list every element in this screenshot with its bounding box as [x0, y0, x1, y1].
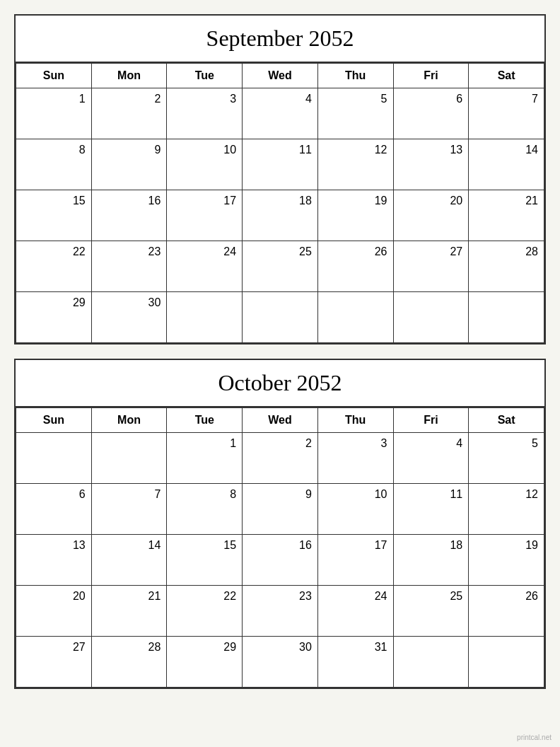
table-row — [393, 637, 469, 688]
table-row: 20 — [393, 190, 469, 241]
september-title: September 2052 — [16, 16, 544, 63]
table-row: 18 — [243, 190, 318, 241]
table-row: 12 — [317, 139, 393, 190]
table-row: 23 — [243, 586, 318, 637]
table-row: 11 — [243, 139, 318, 190]
col-sat-oct: Sat — [469, 408, 544, 433]
table-row: 21 — [91, 586, 167, 637]
table-row: 23 — [91, 241, 167, 292]
table-row: 16 — [91, 190, 167, 241]
watermark: printcal.net — [517, 734, 552, 741]
table-row — [317, 292, 393, 343]
table-row: 10 — [167, 139, 243, 190]
table-row: 24 — [167, 241, 243, 292]
table-row — [469, 637, 544, 688]
table-row: 18 — [393, 535, 469, 586]
table-row: 24 — [317, 586, 393, 637]
table-row: 15 — [16, 190, 92, 241]
col-tue-sep: Tue — [167, 64, 243, 88]
table-row: 30 — [91, 292, 167, 343]
table-row: 1 — [167, 433, 243, 484]
table-row: 2 — [91, 88, 167, 139]
table-row: 7 — [469, 88, 544, 139]
september-calendar: September 2052 Sun Mon Tue Wed Thu Fri S… — [14, 14, 546, 344]
table-row: 27 — [393, 241, 469, 292]
table-row: 6 — [393, 88, 469, 139]
col-mon-oct: Mon — [91, 408, 167, 433]
table-row: 19 — [469, 535, 544, 586]
table-row: 12 — [469, 484, 544, 535]
table-row: 16 — [243, 535, 318, 586]
table-row: 22 — [16, 241, 92, 292]
table-row: 26 — [317, 241, 393, 292]
table-row: 28 — [91, 637, 167, 688]
col-fri-sep: Fri — [393, 64, 469, 88]
table-row: 17 — [317, 535, 393, 586]
table-row — [393, 292, 469, 343]
table-row: 11 — [393, 484, 469, 535]
table-row: 13 — [16, 535, 92, 586]
table-row: 4 — [243, 88, 318, 139]
table-row: 8 — [16, 139, 92, 190]
table-row: 7 — [91, 484, 167, 535]
table-row: 19 — [317, 190, 393, 241]
table-row — [91, 433, 167, 484]
table-row: 27 — [16, 637, 92, 688]
table-row: 14 — [469, 139, 544, 190]
october-calendar: October 2052 Sun Mon Tue Wed Thu Fri Sat… — [14, 359, 546, 689]
table-row: 5 — [317, 88, 393, 139]
col-sat-sep: Sat — [469, 64, 544, 88]
table-row: 26 — [469, 586, 544, 637]
table-row — [469, 292, 544, 343]
table-row: 13 — [393, 139, 469, 190]
col-thu-sep: Thu — [317, 64, 393, 88]
table-row: 29 — [167, 637, 243, 688]
col-wed-sep: Wed — [243, 64, 318, 88]
table-row: 8 — [167, 484, 243, 535]
table-row: 25 — [393, 586, 469, 637]
table-row: 30 — [243, 637, 318, 688]
col-thu-oct: Thu — [317, 408, 393, 433]
table-row: 17 — [167, 190, 243, 241]
col-sun-sep: Sun — [16, 64, 92, 88]
table-row: 25 — [243, 241, 318, 292]
table-row: 9 — [243, 484, 318, 535]
table-row: 5 — [469, 433, 544, 484]
col-sun-oct: Sun — [16, 408, 92, 433]
table-row: 10 — [317, 484, 393, 535]
table-row: 2 — [243, 433, 318, 484]
table-row: 14 — [91, 535, 167, 586]
table-row: 3 — [317, 433, 393, 484]
col-mon-sep: Mon — [91, 64, 167, 88]
table-row: 20 — [16, 586, 92, 637]
table-row: 28 — [469, 241, 544, 292]
table-row: 22 — [167, 586, 243, 637]
table-row: 9 — [91, 139, 167, 190]
col-wed-oct: Wed — [243, 408, 318, 433]
table-row: 6 — [16, 484, 92, 535]
table-row: 1 — [16, 88, 92, 139]
table-row: 3 — [167, 88, 243, 139]
table-row: 29 — [16, 292, 92, 343]
table-row: 21 — [469, 190, 544, 241]
table-row: 15 — [167, 535, 243, 586]
col-tue-oct: Tue — [167, 408, 243, 433]
table-row: 31 — [317, 637, 393, 688]
october-title: October 2052 — [16, 360, 544, 407]
table-row — [167, 292, 243, 343]
table-row — [243, 292, 318, 343]
table-row: 4 — [393, 433, 469, 484]
table-row — [16, 433, 92, 484]
col-fri-oct: Fri — [393, 408, 469, 433]
